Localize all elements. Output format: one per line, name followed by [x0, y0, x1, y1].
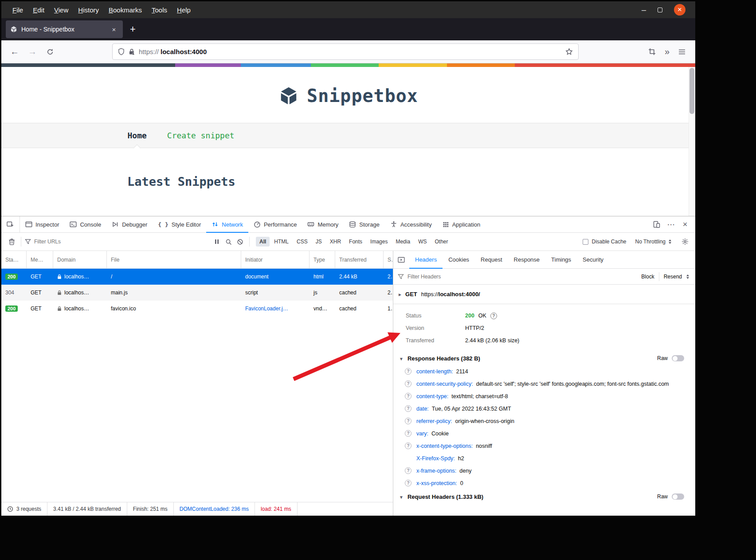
tab-close-icon[interactable] [110, 25, 118, 34]
header-help-icon[interactable] [405, 380, 411, 387]
reload-button[interactable] [42, 44, 58, 60]
header-help-icon[interactable] [405, 368, 411, 375]
disable-cache-checkbox[interactable] [583, 239, 588, 245]
clear-requests-trash-icon[interactable] [6, 236, 17, 247]
site-nav-home-link[interactable]: Home [128, 131, 147, 140]
maximize-button[interactable] [658, 8, 662, 12]
request-url-summary[interactable]: GET https://localhost:4000/ [393, 285, 695, 304]
resend-dropdown-icon[interactable] [686, 274, 689, 279]
menu-history[interactable]: History [73, 6, 104, 14]
devtools-tab-debugger[interactable]: Debugger [106, 216, 153, 232]
devtools-tab-storage[interactable]: Storage [344, 216, 385, 232]
header-help-icon[interactable] [405, 480, 411, 486]
panel-toggle-icon[interactable] [393, 251, 409, 268]
raw-toggle[interactable] [672, 355, 684, 361]
block-button[interactable]: Block [641, 274, 654, 280]
request-headers-section[interactable]: Request Headers (1.333 kB) Raw [393, 490, 695, 504]
collapse-caret-icon[interactable] [399, 291, 401, 298]
tracking-shield-icon[interactable] [118, 48, 125, 55]
menu-tools[interactable]: Tools [147, 6, 172, 14]
details-tab-request[interactable]: Request [475, 251, 508, 268]
devtools-tab-memory[interactable]: Memory [302, 216, 344, 232]
devtools-tab-style-editor[interactable]: { } Style Editor [153, 216, 206, 232]
header-help-icon[interactable] [405, 393, 411, 399]
throttling-dropdown[interactable]: No Throttling [635, 239, 671, 245]
column-initiator[interactable]: Initiator [241, 251, 309, 268]
raw-toggle[interactable] [672, 493, 684, 500]
menu-help[interactable]: Help [172, 6, 196, 14]
hamburger-menu-icon[interactable] [678, 49, 685, 55]
details-tab-security[interactable]: Security [577, 251, 609, 268]
back-button[interactable] [7, 44, 23, 60]
devtools-tab-performance[interactable]: Performance [248, 216, 302, 232]
filter-ws[interactable]: WS [415, 237, 430, 247]
filter-css[interactable]: CSS [293, 237, 311, 247]
disable-cache-group[interactable]: Disable Cache [583, 239, 626, 245]
filter-all[interactable]: All [256, 237, 270, 247]
close-window-button[interactable] [674, 4, 685, 16]
request-row-favicon[interactable]: 200 GET localhos… favicon.ico FaviconLoa… [1, 301, 393, 317]
url-bar[interactable]: https:// localhost:4000 [112, 43, 579, 60]
column-file[interactable]: File [107, 251, 241, 268]
filter-media[interactable]: Media [392, 237, 414, 247]
devtools-tab-console[interactable]: Console [64, 216, 106, 232]
menu-view[interactable]: View [49, 6, 73, 14]
header-help-icon[interactable] [405, 405, 411, 412]
column-transferred[interactable]: Transferred [335, 251, 384, 268]
filter-images[interactable]: Images [367, 237, 391, 247]
column-size[interactable]: S… [384, 251, 393, 268]
menu-file[interactable]: File [8, 6, 28, 14]
column-domain[interactable]: Domain [53, 251, 107, 268]
filter-headers-input[interactable] [407, 274, 505, 280]
menu-edit[interactable]: Edit [28, 6, 49, 14]
responsive-design-mode-icon[interactable] [650, 218, 663, 231]
expand-caret-icon[interactable] [399, 493, 403, 500]
filter-urls-box[interactable] [25, 239, 211, 245]
filter-other[interactable]: Other [431, 237, 451, 247]
filter-xhr[interactable]: XHR [326, 237, 345, 247]
filter-fonts[interactable]: Fonts [345, 237, 366, 247]
devtools-tab-accessibility[interactable]: Accessibility [385, 216, 437, 232]
column-status[interactable]: Sta… [1, 251, 27, 268]
header-help-icon[interactable] [405, 443, 411, 449]
header-help-icon[interactable] [405, 467, 411, 474]
page-scrollbar[interactable] [689, 67, 695, 216]
details-tab-response[interactable]: Response [508, 251, 546, 268]
menu-bookmarks[interactable]: Bookmarks [104, 6, 147, 14]
devtools-tab-network[interactable]: Network [206, 216, 248, 232]
browser-tab-active[interactable]: Home - Snippetbox [6, 20, 123, 38]
screenshot-tool-icon[interactable] [648, 48, 656, 55]
expand-caret-icon[interactable] [399, 355, 403, 362]
network-settings-gear-icon[interactable] [679, 236, 691, 247]
devtools-close-icon[interactable] [678, 218, 692, 231]
overflow-menu-icon[interactable] [665, 47, 670, 57]
request-row-document[interactable]: 200 GET localhos… / document html 2.44 k… [1, 269, 393, 285]
details-tab-headers[interactable]: Headers [409, 251, 443, 268]
block-request-icon[interactable] [234, 236, 246, 247]
forward-button[interactable] [24, 44, 40, 60]
domcontentloaded-time[interactable]: DOMContentLoaded: 236 ms [174, 502, 255, 516]
devtools-more-options-icon[interactable] [664, 218, 678, 231]
scrollbar-thumb[interactable] [689, 68, 694, 114]
minimize-button[interactable] [642, 5, 646, 15]
cell-initiator-link[interactable]: FaviconLoader.j… [245, 305, 288, 312]
column-type[interactable]: Type [309, 251, 335, 268]
header-help-icon[interactable] [405, 418, 411, 424]
connection-lock-icon[interactable] [129, 48, 135, 55]
search-icon[interactable] [223, 236, 234, 247]
devtools-tab-inspector[interactable]: Inspector [20, 216, 64, 232]
pause-recording-icon[interactable] [211, 236, 223, 247]
new-tab-button[interactable] [130, 23, 136, 35]
filter-html[interactable]: HTML [270, 237, 292, 247]
filter-urls-input[interactable] [34, 239, 189, 245]
status-help-icon[interactable] [490, 313, 497, 319]
site-nav-create-snippet-link[interactable]: Create snippet [167, 131, 235, 140]
column-method[interactable]: Me… [27, 251, 53, 268]
request-row-mainjs[interactable]: 304 GET localhos… main.js script js cach… [1, 285, 393, 301]
resend-button[interactable]: Resend [664, 274, 682, 280]
response-headers-section[interactable]: Response Headers (382 B) Raw [393, 351, 695, 365]
load-time[interactable]: load: 241 ms [255, 502, 298, 516]
devtools-tab-application[interactable]: Application [437, 216, 486, 232]
header-help-icon[interactable] [405, 430, 411, 437]
pick-element-icon[interactable] [1, 216, 20, 232]
